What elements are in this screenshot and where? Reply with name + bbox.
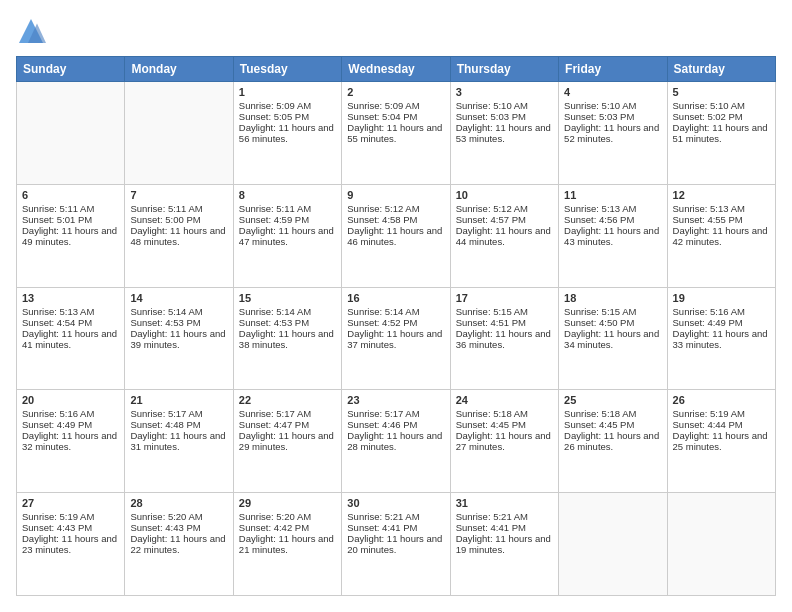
calendar-cell xyxy=(17,82,125,185)
cell-info-line: Daylight: 11 hours and 43 minutes. xyxy=(564,225,659,247)
calendar-cell: 15Sunrise: 5:14 AMSunset: 4:53 PMDayligh… xyxy=(233,287,341,390)
day-number: 26 xyxy=(673,394,770,406)
cell-info-line: Sunrise: 5:14 AM xyxy=(130,306,202,317)
cell-info-line: Sunset: 4:44 PM xyxy=(673,419,743,430)
cell-info-line: Sunset: 4:56 PM xyxy=(564,214,634,225)
cell-info-line: Daylight: 11 hours and 53 minutes. xyxy=(456,122,551,144)
cell-info-line: Sunrise: 5:21 AM xyxy=(456,511,528,522)
calendar-cell: 24Sunrise: 5:18 AMSunset: 4:45 PMDayligh… xyxy=(450,390,558,493)
day-number: 20 xyxy=(22,394,119,406)
calendar-cell xyxy=(125,82,233,185)
cell-info-line: Sunset: 4:48 PM xyxy=(130,419,200,430)
weekday-header: Wednesday xyxy=(342,57,450,82)
cell-info-line: Sunrise: 5:13 AM xyxy=(564,203,636,214)
cell-info-line: Daylight: 11 hours and 42 minutes. xyxy=(673,225,768,247)
cell-info-line: Sunset: 4:54 PM xyxy=(22,317,92,328)
calendar-cell: 3Sunrise: 5:10 AMSunset: 5:03 PMDaylight… xyxy=(450,82,558,185)
cell-info-line: Daylight: 11 hours and 28 minutes. xyxy=(347,430,442,452)
cell-info-line: Sunrise: 5:12 AM xyxy=(456,203,528,214)
cell-info-line: Sunset: 4:58 PM xyxy=(347,214,417,225)
cell-info-line: Daylight: 11 hours and 56 minutes. xyxy=(239,122,334,144)
calendar-week-row: 1Sunrise: 5:09 AMSunset: 5:05 PMDaylight… xyxy=(17,82,776,185)
cell-info-line: Daylight: 11 hours and 32 minutes. xyxy=(22,430,117,452)
calendar-cell: 23Sunrise: 5:17 AMSunset: 4:46 PMDayligh… xyxy=(342,390,450,493)
day-number: 11 xyxy=(564,189,661,201)
cell-info-line: Daylight: 11 hours and 26 minutes. xyxy=(564,430,659,452)
calendar-week-row: 6Sunrise: 5:11 AMSunset: 5:01 PMDaylight… xyxy=(17,184,776,287)
calendar-cell: 8Sunrise: 5:11 AMSunset: 4:59 PMDaylight… xyxy=(233,184,341,287)
cell-info-line: Sunset: 4:53 PM xyxy=(239,317,309,328)
cell-info-line: Sunrise: 5:15 AM xyxy=(456,306,528,317)
cell-info-line: Sunrise: 5:18 AM xyxy=(564,408,636,419)
day-number: 16 xyxy=(347,292,444,304)
day-number: 9 xyxy=(347,189,444,201)
cell-info-line: Sunrise: 5:11 AM xyxy=(130,203,202,214)
cell-info-line: Daylight: 11 hours and 52 minutes. xyxy=(564,122,659,144)
cell-info-line: Sunset: 4:49 PM xyxy=(673,317,743,328)
cell-info-line: Sunset: 4:52 PM xyxy=(347,317,417,328)
day-number: 12 xyxy=(673,189,770,201)
calendar-cell: 30Sunrise: 5:21 AMSunset: 4:41 PMDayligh… xyxy=(342,493,450,596)
day-number: 25 xyxy=(564,394,661,406)
weekday-header: Monday xyxy=(125,57,233,82)
calendar-cell: 2Sunrise: 5:09 AMSunset: 5:04 PMDaylight… xyxy=(342,82,450,185)
day-number: 31 xyxy=(456,497,553,509)
cell-info-line: Sunrise: 5:13 AM xyxy=(22,306,94,317)
cell-info-line: Sunset: 5:03 PM xyxy=(456,111,526,122)
day-number: 18 xyxy=(564,292,661,304)
cell-info-line: Sunrise: 5:10 AM xyxy=(564,100,636,111)
weekday-header: Saturday xyxy=(667,57,775,82)
calendar-cell: 27Sunrise: 5:19 AMSunset: 4:43 PMDayligh… xyxy=(17,493,125,596)
cell-info-line: Daylight: 11 hours and 41 minutes. xyxy=(22,328,117,350)
calendar-cell: 6Sunrise: 5:11 AMSunset: 5:01 PMDaylight… xyxy=(17,184,125,287)
cell-info-line: Sunrise: 5:20 AM xyxy=(239,511,311,522)
calendar-week-row: 20Sunrise: 5:16 AMSunset: 4:49 PMDayligh… xyxy=(17,390,776,493)
cell-info-line: Sunset: 5:00 PM xyxy=(130,214,200,225)
cell-info-line: Daylight: 11 hours and 37 minutes. xyxy=(347,328,442,350)
cell-info-line: Sunset: 4:45 PM xyxy=(456,419,526,430)
day-number: 24 xyxy=(456,394,553,406)
cell-info-line: Sunset: 4:53 PM xyxy=(130,317,200,328)
cell-info-line: Sunset: 4:57 PM xyxy=(456,214,526,225)
calendar-cell: 11Sunrise: 5:13 AMSunset: 4:56 PMDayligh… xyxy=(559,184,667,287)
cell-info-line: Daylight: 11 hours and 22 minutes. xyxy=(130,533,225,555)
cell-info-line: Sunrise: 5:09 AM xyxy=(347,100,419,111)
cell-info-line: Sunrise: 5:13 AM xyxy=(673,203,745,214)
cell-info-line: Daylight: 11 hours and 46 minutes. xyxy=(347,225,442,247)
cell-info-line: Sunrise: 5:12 AM xyxy=(347,203,419,214)
day-number: 14 xyxy=(130,292,227,304)
header-row: SundayMondayTuesdayWednesdayThursdayFrid… xyxy=(17,57,776,82)
cell-info-line: Sunset: 4:45 PM xyxy=(564,419,634,430)
day-number: 4 xyxy=(564,86,661,98)
cell-info-line: Sunset: 4:41 PM xyxy=(456,522,526,533)
cell-info-line: Sunset: 4:51 PM xyxy=(456,317,526,328)
day-number: 6 xyxy=(22,189,119,201)
day-number: 7 xyxy=(130,189,227,201)
calendar-cell: 9Sunrise: 5:12 AMSunset: 4:58 PMDaylight… xyxy=(342,184,450,287)
cell-info-line: Sunrise: 5:10 AM xyxy=(456,100,528,111)
calendar-cell: 22Sunrise: 5:17 AMSunset: 4:47 PMDayligh… xyxy=(233,390,341,493)
cell-info-line: Daylight: 11 hours and 39 minutes. xyxy=(130,328,225,350)
calendar-cell: 21Sunrise: 5:17 AMSunset: 4:48 PMDayligh… xyxy=(125,390,233,493)
cell-info-line: Sunset: 4:43 PM xyxy=(130,522,200,533)
calendar-cell: 10Sunrise: 5:12 AMSunset: 4:57 PMDayligh… xyxy=(450,184,558,287)
cell-info-line: Sunrise: 5:10 AM xyxy=(673,100,745,111)
calendar-cell: 26Sunrise: 5:19 AMSunset: 4:44 PMDayligh… xyxy=(667,390,775,493)
cell-info-line: Sunset: 5:04 PM xyxy=(347,111,417,122)
cell-info-line: Sunrise: 5:17 AM xyxy=(130,408,202,419)
cell-info-line: Sunset: 5:05 PM xyxy=(239,111,309,122)
cell-info-line: Daylight: 11 hours and 51 minutes. xyxy=(673,122,768,144)
cell-info-line: Sunset: 4:43 PM xyxy=(22,522,92,533)
cell-info-line: Daylight: 11 hours and 19 minutes. xyxy=(456,533,551,555)
cell-info-line: Sunset: 4:47 PM xyxy=(239,419,309,430)
cell-info-line: Sunset: 4:59 PM xyxy=(239,214,309,225)
cell-info-line: Sunrise: 5:17 AM xyxy=(347,408,419,419)
day-number: 2 xyxy=(347,86,444,98)
calendar-cell: 14Sunrise: 5:14 AMSunset: 4:53 PMDayligh… xyxy=(125,287,233,390)
cell-info-line: Sunrise: 5:18 AM xyxy=(456,408,528,419)
cell-info-line: Daylight: 11 hours and 55 minutes. xyxy=(347,122,442,144)
calendar-cell: 5Sunrise: 5:10 AMSunset: 5:02 PMDaylight… xyxy=(667,82,775,185)
calendar-cell: 25Sunrise: 5:18 AMSunset: 4:45 PMDayligh… xyxy=(559,390,667,493)
day-number: 8 xyxy=(239,189,336,201)
calendar-cell: 18Sunrise: 5:15 AMSunset: 4:50 PMDayligh… xyxy=(559,287,667,390)
